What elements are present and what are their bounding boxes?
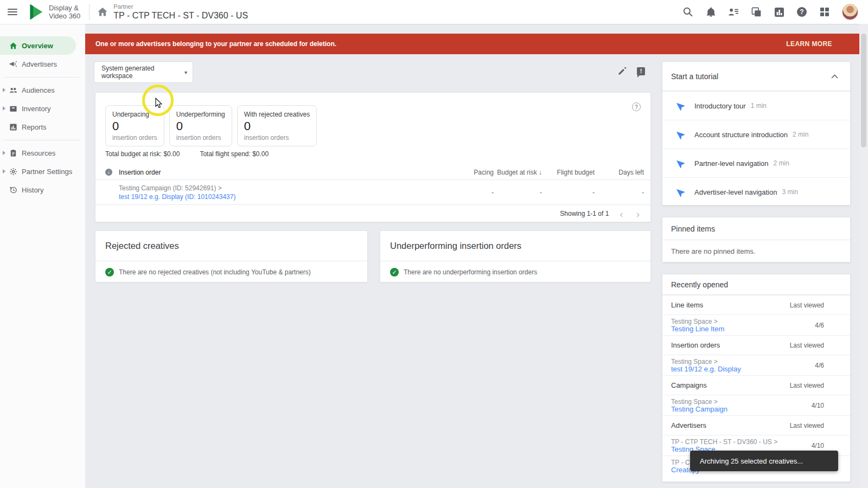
nav-divider bbox=[3, 140, 80, 140]
page-scrollbar[interactable] bbox=[859, 24, 868, 488]
left-navigation: Overview Advertisers Audiences Inventory… bbox=[0, 24, 85, 488]
help-icon[interactable]: ? bbox=[796, 7, 807, 17]
top-app-bar: Display & Video 360 Partner TP - CTP TEC… bbox=[0, 0, 868, 24]
recent-category-insertion-orders: Insertion orders Last viewed bbox=[662, 335, 850, 355]
recent-link[interactable]: test 19/12 e.g. Display bbox=[671, 365, 741, 373]
col-insertion-order[interactable]: Insertion order bbox=[119, 169, 161, 176]
expand-caret-icon[interactable] bbox=[3, 169, 5, 174]
analytics-chart-icon[interactable] bbox=[774, 7, 784, 17]
info-icon[interactable]: i bbox=[105, 169, 112, 176]
tutorial-panel: Start a tutorial Introductory tour 1 min… bbox=[662, 61, 851, 206]
table-row: Testing Campaign (ID: 52942691) > test 1… bbox=[95, 179, 650, 205]
audiences-people-icon bbox=[9, 86, 17, 94]
page-prev-icon[interactable]: ‹ bbox=[613, 209, 629, 219]
campaign-breadcrumb: Testing Campaign (ID: 52942691) > test 1… bbox=[119, 184, 235, 201]
search-icon[interactable] bbox=[682, 7, 693, 17]
recent-entry: Testing Space > Testing Line Item 4/6 bbox=[662, 314, 850, 335]
menu-icon[interactable] bbox=[8, 9, 17, 15]
tutorial-item-advertiser-navigation[interactable]: Advertiser-level navigation 3 min bbox=[662, 177, 850, 206]
account-avatar[interactable] bbox=[842, 4, 858, 20]
context-label: Partner bbox=[113, 3, 248, 10]
expand-caret-icon[interactable] bbox=[3, 106, 5, 111]
navigation-arrow-icon bbox=[675, 187, 685, 197]
pinned-empty-message: There are no pinned items. bbox=[662, 240, 850, 262]
cell-flight-budget: - bbox=[542, 189, 595, 196]
workspace-selected-label: System generated workspace bbox=[101, 65, 184, 80]
app-name: Display & Video 360 bbox=[49, 4, 80, 20]
cell-days-left: - bbox=[595, 189, 644, 196]
recent-entry: Testing Space > test 19/12 e.g. Display … bbox=[662, 355, 850, 375]
cell-budget-at-risk: - bbox=[494, 189, 542, 196]
table-header-row: i Insertion order Pacing Budget at risk … bbox=[95, 165, 650, 179]
table-footer: Showing 1-1 of 1 ‹ › bbox=[95, 205, 650, 222]
nav-divider bbox=[3, 77, 80, 78]
stat-underperforming[interactable]: Underperforming 0 insertion orders bbox=[169, 105, 232, 146]
col-pacing[interactable]: Pacing bbox=[434, 169, 494, 176]
sidebar-item-resources[interactable]: Resources bbox=[0, 144, 85, 162]
learn-more-button[interactable]: LEARN MORE bbox=[786, 40, 832, 48]
chevron-up-icon[interactable] bbox=[831, 74, 838, 79]
col-budget-at-risk[interactable]: Budget at risk ↓ bbox=[494, 169, 542, 176]
reports-chart-icon bbox=[9, 123, 17, 131]
rejected-creatives-card: Rejected creatives ✓ There are no reject… bbox=[95, 230, 368, 282]
tutorial-panel-title: Start a tutorial bbox=[671, 72, 718, 81]
edit-pencil-icon[interactable] bbox=[617, 66, 627, 76]
navigation-arrow-icon bbox=[675, 101, 685, 111]
header-divider bbox=[89, 4, 90, 20]
sidebar-item-inventory[interactable]: Inventory bbox=[0, 99, 85, 118]
toast-message: Archiving 25 selected creatives... bbox=[700, 457, 803, 465]
tutorial-item-introductory-tour[interactable]: Introductory tour 1 min bbox=[662, 91, 850, 120]
sidebar-item-partner-settings[interactable]: Partner Settings bbox=[0, 162, 85, 181]
total-budget-at-risk: Total budget at risk: $0.00 bbox=[105, 150, 180, 158]
check-circle-icon: ✓ bbox=[105, 268, 114, 277]
col-flight-budget[interactable]: Flight budget bbox=[542, 169, 595, 176]
recent-link[interactable]: Testing Line Item bbox=[671, 325, 724, 332]
copy-layers-icon[interactable] bbox=[751, 7, 762, 17]
expand-caret-icon[interactable] bbox=[3, 151, 5, 155]
sidebar-item-reports[interactable]: Reports bbox=[0, 118, 85, 136]
feedback-icon[interactable]: ! bbox=[637, 67, 645, 75]
page-next-icon[interactable]: › bbox=[630, 209, 646, 219]
sidebar-item-history[interactable]: History bbox=[0, 181, 85, 199]
archiving-toast: Archiving 25 selected creatives... bbox=[690, 451, 838, 471]
inventory-box-icon bbox=[9, 105, 17, 113]
sidebar-item-audiences[interactable]: Audiences bbox=[0, 81, 85, 99]
deletion-warning-banner: One or more advertisers belonging to you… bbox=[85, 34, 859, 54]
tutorial-item-partner-navigation[interactable]: Partner-level navigation 2 min bbox=[662, 149, 850, 177]
pinned-panel-title: Pinned items bbox=[671, 224, 715, 233]
mouse-cursor bbox=[155, 98, 164, 110]
cell-pacing: - bbox=[434, 189, 494, 196]
dv360-logo-icon bbox=[26, 3, 44, 21]
expand-caret-icon[interactable] bbox=[3, 88, 5, 92]
tutorial-item-account-structure[interactable]: Account structure introduction 2 min bbox=[662, 120, 850, 149]
col-days-left[interactable]: Days left bbox=[595, 169, 644, 176]
apps-grid-icon[interactable] bbox=[819, 7, 830, 17]
workspace-dropdown[interactable]: System generated workspace ▾ bbox=[94, 61, 193, 83]
sidebar-item-overview[interactable]: Overview bbox=[0, 36, 76, 55]
user-list-icon[interactable] bbox=[728, 7, 739, 17]
check-circle-icon: ✓ bbox=[390, 268, 399, 277]
recent-category-advertisers: Advertisers Last viewed bbox=[662, 415, 850, 435]
notifications-bell-icon[interactable] bbox=[705, 7, 716, 17]
recent-category-line-items: Line items Last viewed bbox=[662, 295, 850, 314]
insertion-order-link[interactable]: test 19/12 e.g. Display (ID: 1010243437) bbox=[119, 192, 235, 201]
rejected-creatives-title: Rejected creatives bbox=[95, 231, 367, 261]
partner-title[interactable]: TP - CTP TECH - ST - DV360 - US bbox=[113, 10, 248, 21]
scrollbar-thumb[interactable] bbox=[861, 34, 866, 147]
help-glyph: ? bbox=[797, 7, 807, 17]
navigation-arrow-icon bbox=[675, 158, 685, 168]
settings-gear-icon bbox=[9, 168, 17, 176]
totals-row: Total budget at risk: $0.00 Total flight… bbox=[105, 150, 269, 158]
home-nav-icon bbox=[9, 42, 17, 50]
recent-panel-title: Recently opened bbox=[671, 280, 728, 289]
sidebar-item-advertisers[interactable]: Advertisers bbox=[0, 55, 85, 73]
card-help-icon[interactable]: ? bbox=[632, 102, 641, 111]
resources-clipboard-icon bbox=[9, 149, 17, 157]
home-icon[interactable] bbox=[97, 7, 108, 17]
stat-rejected-creatives[interactable]: With rejected creatives 0 insertion orde… bbox=[237, 105, 317, 146]
underperforming-io-card: Underperforming insertion orders ✓ There… bbox=[380, 230, 651, 282]
recent-entry: Testing Space > Testing Campaign 4/10 bbox=[662, 395, 850, 415]
insertion-order-table: i Insertion order Pacing Budget at risk … bbox=[95, 165, 650, 222]
navigation-arrow-icon bbox=[675, 130, 685, 139]
recent-link[interactable]: Testing Campaign bbox=[671, 406, 727, 413]
